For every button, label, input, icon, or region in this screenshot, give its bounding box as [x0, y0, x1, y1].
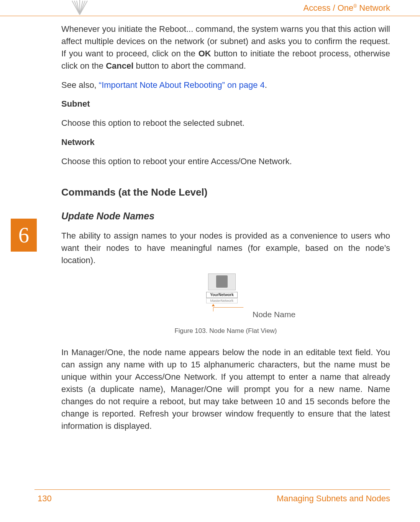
chapter-tab: 6 — [11, 219, 37, 252]
commands-heading: Commands (at the Node Level) — [61, 185, 390, 200]
brand-text: Access / One® Network — [304, 3, 390, 13]
network-body: Choose this option to reboot your entire… — [61, 155, 390, 168]
page-number: 130 — [38, 494, 52, 504]
brand-suffix: Network — [357, 3, 390, 13]
subnet-heading: Subnet — [61, 98, 390, 110]
callout-label: Node Name — [253, 309, 295, 320]
section-title: Managing Subnets and Nodes — [277, 494, 390, 504]
page-content: Whenever you initiate the Reboot... comm… — [61, 23, 390, 439]
reboot-paragraph: Whenever you initiate the Reboot... comm… — [61, 23, 390, 72]
manager-one-body: In Manager/One, the node name appears be… — [61, 346, 390, 432]
registered-mark: ® — [353, 3, 357, 9]
node-name-field-2: MasterNetwork — [206, 298, 238, 304]
node-name-field-1: YourNetwork — [206, 292, 238, 298]
page-header: Access / One® Network — [0, 0, 420, 16]
cancel-label: Cancel — [106, 61, 133, 71]
figure-caption: Figure 103. Node Name (Flat View) — [61, 326, 390, 336]
figure-103: YourNetwork MasterNetwork Node Name — [61, 273, 390, 323]
update-body: The ability to assign names to your node… — [61, 230, 390, 267]
update-node-names-heading: Update Node Names — [61, 209, 390, 223]
see-also-paragraph: See also, “Important Note About Rebootin… — [61, 79, 390, 91]
subnet-body: Choose this option to reboot the selecte… — [61, 117, 390, 129]
cross-reference-link[interactable]: “Important Note About Rebooting” on page… — [99, 80, 265, 90]
node-illustration: YourNetwork MasterNetwork — [206, 273, 238, 304]
page-footer: 130 Managing Subnets and Nodes — [34, 489, 390, 504]
brand-prefix: Access / One — [304, 3, 354, 13]
network-heading: Network — [61, 136, 390, 148]
node-device-icon — [208, 273, 236, 290]
callout-arrow — [193, 303, 251, 315]
logo-icon — [68, 0, 91, 16]
ok-label: OK — [199, 49, 211, 58]
